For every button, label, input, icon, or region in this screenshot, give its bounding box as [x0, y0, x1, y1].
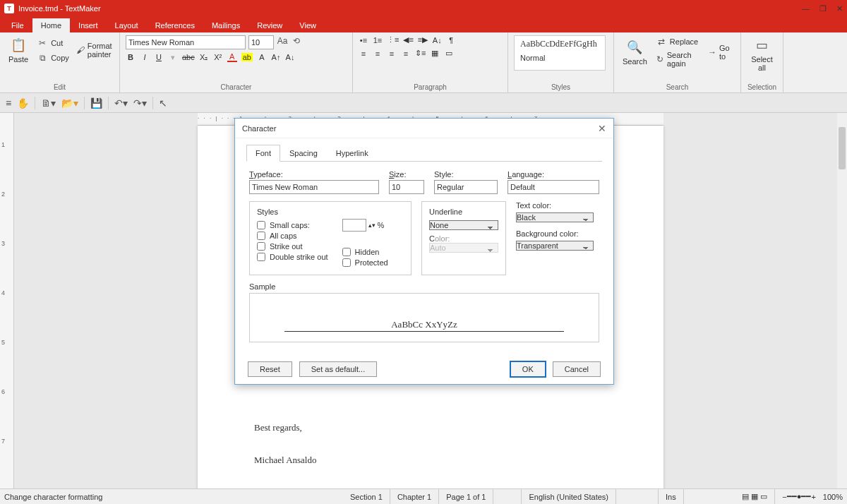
ok-button[interactable]: OK: [510, 361, 546, 377]
char-shading-button[interactable]: A: [257, 53, 267, 61]
multilevel-button[interactable]: ⋮≡: [387, 35, 399, 44]
textcolor-select[interactable]: Black: [516, 212, 594, 222]
line-spacing-button[interactable]: ⇕≡: [415, 49, 426, 58]
bullets-button[interactable]: •≡: [359, 36, 368, 44]
minimize-icon[interactable]: —: [802, 4, 810, 13]
size-select[interactable]: 10: [389, 180, 424, 194]
redo-icon[interactable]: ↷▾: [133, 97, 147, 109]
strikethrough-button[interactable]: abc: [182, 53, 195, 61]
group-label-search: Search: [620, 82, 735, 91]
cursor-icon[interactable]: ↖: [159, 97, 167, 109]
style-name: Normal: [520, 54, 599, 62]
tab-references[interactable]: References: [147, 18, 203, 32]
justify-button[interactable]: ≡: [401, 49, 411, 58]
smallcaps-check[interactable]: [257, 221, 265, 229]
highlight-button[interactable]: ab: [241, 53, 253, 61]
font-family-select[interactable]: [126, 35, 246, 49]
open-icon[interactable]: 📂▾: [61, 97, 78, 109]
title-bar: T Invoice.tmd - TextMaker — ❐ ✕: [0, 0, 847, 17]
shading-button[interactable]: ▦: [430, 49, 440, 58]
cancel-button[interactable]: Cancel: [553, 361, 601, 377]
status-chapter[interactable]: Chapter 1: [390, 489, 439, 504]
dialog-tab-spacing[interactable]: Spacing: [280, 145, 327, 162]
tab-mailings[interactable]: Mailings: [203, 18, 248, 32]
doc-text: Best regards,: [254, 422, 607, 433]
tab-layout[interactable]: Layout: [107, 18, 147, 32]
set-default-button[interactable]: Set as default...: [299, 361, 377, 377]
show-marks-button[interactable]: ¶: [446, 36, 456, 44]
underline-select[interactable]: None: [429, 220, 498, 230]
italic-button[interactable]: I: [140, 53, 150, 61]
copy-icon: ⧉: [37, 52, 48, 64]
hidden-check[interactable]: [342, 248, 351, 256]
search-button[interactable]: 🔍 Search: [620, 37, 650, 67]
align-left-button[interactable]: ≡: [359, 49, 368, 58]
undo-icon[interactable]: ↶▾: [114, 97, 128, 109]
align-center-button[interactable]: ≡: [373, 49, 383, 58]
dialog-tab-font[interactable]: Font: [246, 145, 280, 162]
vertical-scrollbar[interactable]: [837, 113, 847, 488]
sort-button[interactable]: A↓: [432, 36, 442, 44]
maximize-icon[interactable]: ❐: [819, 4, 827, 13]
tab-review[interactable]: Review: [248, 18, 291, 32]
numbering-button[interactable]: 1≡: [373, 36, 383, 44]
tab-home[interactable]: Home: [32, 18, 70, 32]
increase-indent-button[interactable]: ≡▶: [418, 35, 428, 44]
select-all-icon: ▭: [754, 37, 771, 54]
shrink-font-button[interactable]: A↓: [285, 53, 295, 61]
status-page[interactable]: Page 1 of 1: [439, 489, 493, 504]
subscript-button[interactable]: X₂: [199, 53, 209, 62]
hand-icon[interactable]: ✋: [17, 97, 29, 109]
smallcaps-percent[interactable]: [342, 219, 366, 232]
save-icon[interactable]: 💾: [90, 97, 102, 109]
style-gallery[interactable]: AaBbCcDdEeFfGgHh Normal: [514, 35, 606, 71]
replace-button[interactable]: ⇄Replace: [654, 35, 702, 48]
search-again-button[interactable]: ↻Search again: [654, 50, 702, 68]
group-label-character: Character: [126, 82, 347, 91]
font-size-select[interactable]: [248, 35, 274, 49]
view-buttons[interactable]: ▤ ▦ ▭: [735, 489, 775, 504]
superscript-button[interactable]: X²: [213, 53, 223, 61]
allcaps-check[interactable]: [257, 232, 265, 240]
format-painter-button[interactable]: 🖌Format painter: [75, 41, 116, 59]
strikeout-check[interactable]: [257, 242, 265, 251]
tab-insert[interactable]: Insert: [70, 18, 107, 32]
font-color-button[interactable]: A: [227, 52, 237, 62]
borders-button[interactable]: ▭: [444, 49, 454, 58]
grow-font-button[interactable]: A↑: [271, 53, 281, 61]
zoom-level[interactable]: 100%: [823, 493, 843, 501]
dialog-close-icon[interactable]: ✕: [598, 123, 606, 134]
size-label: Size:: [389, 170, 424, 179]
select-all-button[interactable]: ▭ Select all: [747, 35, 777, 73]
change-case-icon[interactable]: Aa: [277, 35, 288, 47]
style-preview: AaBbCcDdEeFfGgHh: [520, 39, 599, 49]
align-right-button[interactable]: ≡: [387, 49, 397, 58]
new-doc-icon[interactable]: 🗎▾: [41, 97, 56, 109]
dialog-tab-hyperlink[interactable]: Hyperlink: [327, 145, 378, 162]
decrease-indent-button[interactable]: ◀≡: [403, 35, 413, 44]
style-select[interactable]: Regular: [434, 180, 498, 194]
outline-icon[interactable]: ≡: [6, 97, 11, 109]
status-language[interactable]: English (United States): [522, 489, 616, 504]
close-icon[interactable]: ✕: [836, 4, 843, 13]
language-select[interactable]: Default: [507, 180, 599, 194]
dblstrike-check[interactable]: [257, 253, 265, 261]
group-label-selection: Selection: [747, 82, 777, 91]
bold-button[interactable]: B: [126, 53, 136, 61]
underline-button[interactable]: U: [154, 53, 164, 61]
cut-button[interactable]: ✂Cut: [35, 37, 71, 49]
status-insert-mode[interactable]: Ins: [659, 489, 684, 504]
zoom-out-icon[interactable]: −: [782, 493, 786, 501]
protected-check[interactable]: [342, 258, 351, 267]
paste-button[interactable]: 📋 Paste: [6, 35, 31, 65]
clear-formatting-icon[interactable]: ⟲: [291, 35, 302, 47]
goto-button[interactable]: →Go to: [707, 43, 735, 61]
zoom-in-icon[interactable]: +: [811, 493, 815, 501]
copy-button[interactable]: ⧉Copy: [35, 52, 71, 64]
tab-view[interactable]: View: [291, 18, 325, 32]
reset-button[interactable]: Reset: [248, 361, 292, 377]
typeface-select[interactable]: Times New Roman: [249, 180, 379, 194]
status-section[interactable]: Section 1: [343, 489, 390, 504]
bgcolor-select[interactable]: Transparent: [516, 241, 594, 251]
tab-file[interactable]: File: [3, 18, 32, 32]
